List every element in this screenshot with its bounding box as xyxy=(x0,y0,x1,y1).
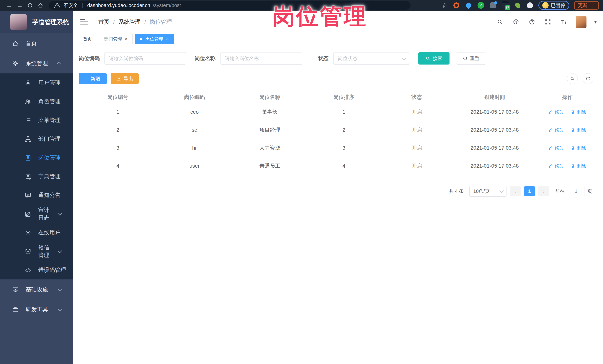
extension-leaf-icon[interactable] xyxy=(514,2,521,9)
page-size-select[interactable]: 10条/页 xyxy=(469,186,507,197)
breadcrumb-home[interactable]: 首页 xyxy=(98,18,109,26)
sidebar-item-sms[interactable]: 短信管理 xyxy=(0,242,73,261)
goto-page-input[interactable] xyxy=(568,186,584,196)
status-select[interactable]: 岗位状态 xyxy=(333,52,410,65)
table-row: 2 se 项目经理 2 开启 2021-01-05 17:03:48 修改 删除 xyxy=(79,121,599,139)
sidebar-item-label: 首页 xyxy=(26,40,37,47)
sidebar-item-devtools[interactable]: 研发工具 xyxy=(0,299,73,320)
post-name-input[interactable] xyxy=(220,52,303,65)
add-button-label: 新增 xyxy=(91,76,100,82)
sidebar-collapse-icon[interactable] xyxy=(80,19,88,24)
extension-grid-icon[interactable] xyxy=(489,2,497,9)
sidebar-item-error-codes[interactable]: 错误码管理 xyxy=(0,261,73,279)
avatar[interactable] xyxy=(576,16,587,28)
update-button[interactable]: 更新 ⋮ xyxy=(574,1,599,10)
tab-departments[interactable]: 部门管理 × xyxy=(99,34,132,44)
chevron-down-icon xyxy=(58,287,62,291)
reset-button[interactable]: 重置 xyxy=(456,52,486,65)
divider xyxy=(82,3,83,8)
extension-orange-icon[interactable] xyxy=(453,2,460,9)
sidebar-item-dictionary[interactable]: 字典管理 xyxy=(0,167,73,186)
tab-posts[interactable]: 岗位管理 × xyxy=(135,34,174,44)
extension-bird-icon[interactable] xyxy=(526,2,533,9)
cell-post-code: ceo xyxy=(157,109,232,115)
id-badge-icon xyxy=(24,154,32,161)
extension-check-icon[interactable]: ✓ xyxy=(477,2,485,9)
sms-shield-icon xyxy=(24,248,32,255)
close-icon[interactable]: × xyxy=(166,37,169,41)
font-size-icon[interactable] xyxy=(560,18,568,26)
sidebar-item-audit-log[interactable]: 审计日志 xyxy=(0,205,73,223)
add-button[interactable]: + 新增 xyxy=(79,73,107,84)
sidebar-item-online-users[interactable]: 在线用户 xyxy=(0,223,73,242)
sidebar-item-notices[interactable]: 通知公告 xyxy=(0,186,73,205)
back-icon[interactable]: ← xyxy=(4,1,14,10)
sidebar-item-home[interactable]: 首页 xyxy=(0,33,73,53)
sidebar-item-roles[interactable]: 角色管理 xyxy=(0,92,73,111)
edit-link[interactable]: 修改 xyxy=(549,145,564,151)
close-icon[interactable]: × xyxy=(125,37,128,41)
table-toolbar-right xyxy=(567,73,593,84)
goto-page: 前往 页 xyxy=(555,186,592,196)
next-page-button[interactable]: › xyxy=(538,186,549,196)
delete-link[interactable]: 删除 xyxy=(570,163,586,169)
search-icon[interactable] xyxy=(496,18,504,26)
cell-post-status: 开启 xyxy=(380,126,453,133)
prev-page-button[interactable]: ‹ xyxy=(510,186,521,196)
toggle-search-button[interactable] xyxy=(567,73,578,84)
sidebar-item-users[interactable]: 用户管理 xyxy=(0,73,73,92)
dictionary-icon xyxy=(24,173,32,180)
extension-pin-icon[interactable] xyxy=(465,2,472,9)
delete-link[interactable]: 删除 xyxy=(570,127,586,133)
gear-icon xyxy=(12,60,19,67)
post-code-input[interactable] xyxy=(104,52,186,65)
tab-home[interactable]: 首页 xyxy=(78,34,97,44)
search-button[interactable]: 搜索 xyxy=(418,52,450,65)
page-size-value: 10条/页 xyxy=(473,188,490,195)
home-button-icon[interactable] xyxy=(35,1,46,10)
cell-post-status: 开启 xyxy=(380,162,453,169)
forward-icon[interactable]: → xyxy=(14,1,25,10)
sidebar-item-departments[interactable]: 部门管理 xyxy=(0,130,73,148)
delete-link[interactable]: 删除 xyxy=(570,109,586,115)
page-unit-label: 页 xyxy=(587,188,592,195)
cell-created-time: 2021-01-05 17:03:48 xyxy=(453,145,536,151)
sidebar-menu: 首页 系统管理 用户管理 角色管理 菜单管理 xyxy=(0,33,73,320)
bookmark-star-icon[interactable]: ☆ xyxy=(441,1,448,10)
refresh-button[interactable] xyxy=(583,73,593,84)
breadcrumb-section[interactable]: 系统管理 xyxy=(118,18,141,26)
edit-link[interactable]: 修改 xyxy=(549,109,564,115)
security-label[interactable]: 不安全 xyxy=(63,2,78,9)
trash-icon xyxy=(570,164,575,168)
help-icon[interactable] xyxy=(528,18,536,26)
sidebar-item-posts[interactable]: 岗位管理 xyxy=(0,148,73,167)
reload-icon[interactable] xyxy=(25,1,35,10)
url-host: dashboard.yudao.iocoder.cn xyxy=(87,3,150,8)
sidebar-item-menus[interactable]: 菜单管理 xyxy=(0,111,73,130)
cell-post-status: 开启 xyxy=(380,144,453,152)
chevron-down-icon xyxy=(58,211,62,216)
delete-link[interactable]: 删除 xyxy=(570,145,586,151)
cell-post-sort: 4 xyxy=(308,163,380,169)
cell-actions: 修改 删除 xyxy=(536,145,599,151)
page-number-1[interactable]: 1 xyxy=(524,186,535,196)
sidebar-item-system[interactable]: 系统管理 xyxy=(0,53,73,73)
sidebar-item-label: 系统管理 xyxy=(26,60,48,67)
kebab-menu-icon[interactable]: ⋮ xyxy=(589,2,595,9)
cell-post-sort: 3 xyxy=(308,145,380,151)
export-button[interactable]: 导出 xyxy=(111,73,139,84)
filter-form: 岗位编码 岗位名称 状态 岗位状态 搜索 重置 xyxy=(79,52,599,65)
github-icon[interactable] xyxy=(512,18,520,26)
app-logo[interactable]: 芋道管理系统 xyxy=(0,11,73,33)
edit-link[interactable]: 修改 xyxy=(549,127,564,133)
sidebar-item-infrastructure[interactable]: 基础设施 xyxy=(0,279,73,299)
edit-link[interactable]: 修改 xyxy=(549,163,564,169)
cell-actions: 修改 删除 xyxy=(536,163,599,169)
paused-badge[interactable]: 已暂停 xyxy=(538,1,569,10)
cell-post-no: 3 xyxy=(79,145,157,151)
fullscreen-icon[interactable] xyxy=(544,18,552,26)
emoji-face-icon xyxy=(542,2,549,9)
sidebar-item-label: 短信管理 xyxy=(38,244,51,259)
chevron-down-icon[interactable]: ▾ xyxy=(594,19,597,25)
extension-code-badge-icon[interactable] xyxy=(502,2,509,9)
